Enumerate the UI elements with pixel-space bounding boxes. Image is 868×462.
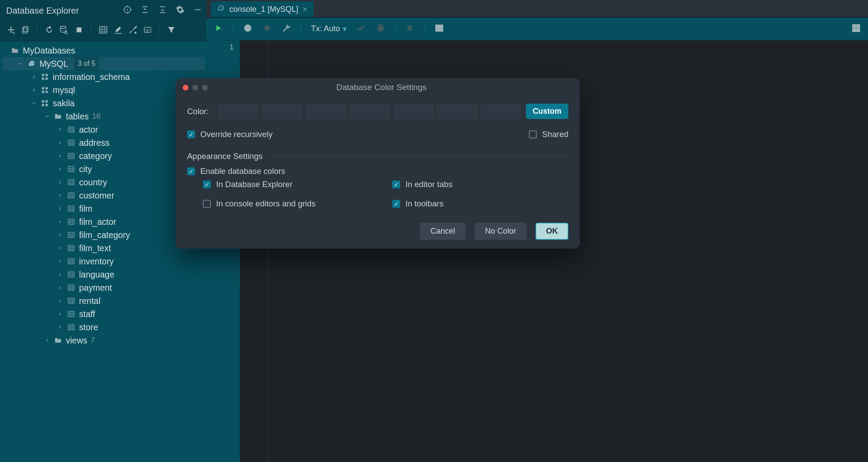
- tables-count: 16: [92, 110, 101, 123]
- tree-node-table-film_category[interactable]: film_category: [3, 228, 205, 242]
- run-icon[interactable]: [213, 23, 223, 34]
- refresh-schema-icon[interactable]: [59, 25, 69, 36]
- tree-root-folder[interactable]: MyDatabases: [3, 44, 205, 57]
- svg-rect-27: [68, 180, 74, 185]
- color-swatch-2[interactable]: [263, 104, 302, 119]
- editor-tab-console1[interactable]: console_1 [MySQL] ×: [211, 1, 314, 17]
- ql-icon[interactable]: QL: [143, 25, 152, 36]
- custom-color-button[interactable]: Custom: [526, 104, 568, 119]
- svg-text:QL: QL: [145, 28, 150, 32]
- tree-node-table-language[interactable]: language: [3, 268, 205, 281]
- svg-rect-26: [68, 166, 74, 172]
- checkbox-icon: [187, 167, 195, 175]
- tree-node-table-category[interactable]: category: [3, 149, 205, 162]
- tree-node-mysql-schema[interactable]: mysql: [3, 83, 205, 97]
- tree-node-tables-folder[interactable]: tables 16: [3, 110, 205, 123]
- color-swatch-3[interactable]: [306, 104, 346, 119]
- stop-icon[interactable]: [74, 25, 84, 36]
- tree-node-table-film_actor[interactable]: film_actor: [3, 215, 205, 228]
- table-icon: [67, 284, 76, 292]
- svg-rect-44: [857, 25, 860, 28]
- mysql-label: MySQL: [40, 57, 68, 70]
- table-icon: [67, 205, 76, 213]
- table-label: payment: [79, 281, 112, 294]
- table-label: city: [79, 162, 92, 176]
- stop-query-icon[interactable]: [405, 23, 415, 34]
- tree-node-table-staff[interactable]: staff: [3, 307, 205, 321]
- commit-icon[interactable]: [356, 23, 366, 34]
- svg-rect-42: [436, 25, 443, 32]
- table-icon: [67, 152, 76, 160]
- schema-count-pill: 3 of 5: [74, 57, 99, 71]
- table-label: store: [79, 321, 98, 334]
- in-console-editors-checkbox[interactable]: In console editors and grids: [203, 199, 379, 209]
- tree-node-mysql[interactable]: MySQL 3 of 5: [3, 57, 205, 70]
- svg-rect-32: [68, 245, 74, 251]
- cancel-button[interactable]: Cancel: [420, 223, 466, 240]
- collapse-all-icon[interactable]: [158, 5, 167, 15]
- tree-node-table-inventory[interactable]: inventory: [3, 255, 205, 268]
- record-icon[interactable]: [262, 23, 272, 34]
- close-icon[interactable]: ×: [303, 5, 307, 14]
- console-toolbar: Tx: Auto ▾: [206, 18, 868, 40]
- table-icon: [67, 178, 76, 186]
- target-icon[interactable]: [123, 5, 132, 15]
- tree-node-table-payment[interactable]: payment: [3, 281, 205, 294]
- history-icon[interactable]: [243, 23, 253, 34]
- color-swatch-1[interactable]: [219, 104, 258, 119]
- tx-mode-dropdown[interactable]: Tx: Auto ▾: [311, 24, 347, 34]
- new-icon[interactable]: [6, 25, 16, 36]
- tree-node-table-actor[interactable]: actor: [3, 123, 205, 136]
- tree-node-views-folder[interactable]: views 7: [3, 334, 205, 347]
- svg-rect-13: [42, 78, 44, 80]
- override-recursively-checkbox[interactable]: Override recursively: [187, 130, 273, 139]
- shared-label: Shared: [542, 130, 568, 139]
- in-editor-tabs-checkbox[interactable]: In editor tabs: [392, 180, 568, 189]
- tree-node-table-store[interactable]: store: [3, 321, 205, 334]
- rollback-icon[interactable]: [376, 23, 385, 34]
- close-window-icon[interactable]: [183, 85, 188, 90]
- svg-rect-31: [68, 232, 74, 238]
- navigate-icon[interactable]: [128, 25, 138, 36]
- svg-rect-36: [68, 298, 74, 303]
- tree-node-table-city[interactable]: city: [3, 162, 205, 176]
- color-swatch-4[interactable]: [350, 104, 390, 119]
- svg-rect-21: [42, 104, 44, 106]
- tree-node-table-rental[interactable]: rental: [3, 294, 205, 307]
- color-swatch-6[interactable]: [438, 104, 477, 119]
- table-icon: [67, 165, 76, 173]
- tree-node-table-customer[interactable]: customer: [3, 189, 205, 202]
- minimize-icon[interactable]: [193, 5, 202, 15]
- settings-icon[interactable]: [176, 5, 184, 15]
- svg-rect-2: [195, 9, 200, 10]
- table-label: customer: [79, 189, 114, 202]
- tree-node-table-country[interactable]: country: [3, 176, 205, 189]
- ok-button[interactable]: OK: [535, 223, 568, 240]
- table-icon: [67, 271, 76, 278]
- tree-node-table-address[interactable]: address: [3, 136, 205, 149]
- layout-icon[interactable]: [851, 23, 861, 34]
- in-toolbars-checkbox[interactable]: In toolbars: [392, 199, 568, 209]
- shared-checkbox[interactable]: Shared: [529, 130, 568, 139]
- tree-node-table-film_text[interactable]: film_text: [3, 242, 205, 255]
- result-grid-icon[interactable]: [434, 23, 444, 34]
- enable-db-colors-checkbox[interactable]: Enable database colors: [187, 166, 568, 176]
- refresh-icon[interactable]: [44, 25, 54, 36]
- filter-icon[interactable]: [166, 25, 176, 36]
- tree-node-table-film[interactable]: film: [3, 202, 205, 215]
- copy-icon[interactable]: [21, 25, 30, 36]
- svg-rect-23: [68, 127, 74, 132]
- svg-rect-20: [46, 100, 48, 102]
- color-swatch-7[interactable]: [481, 104, 521, 119]
- tree-root-label: MyDatabases: [23, 44, 75, 57]
- table-view-icon[interactable]: [98, 25, 108, 36]
- in-db-explorer-checkbox[interactable]: In Database Explorer: [203, 180, 379, 189]
- tree-node-information-schema[interactable]: information_schema: [3, 70, 205, 83]
- wrench-icon[interactable]: [282, 23, 291, 34]
- sidebar-header: Database Explorer: [0, 0, 206, 20]
- color-swatch-5[interactable]: [394, 104, 433, 119]
- tree-node-sakila[interactable]: sakila: [3, 97, 205, 110]
- edit-icon[interactable]: [113, 25, 123, 36]
- expand-all-icon[interactable]: [141, 5, 149, 15]
- no-color-button[interactable]: No Color: [474, 223, 527, 240]
